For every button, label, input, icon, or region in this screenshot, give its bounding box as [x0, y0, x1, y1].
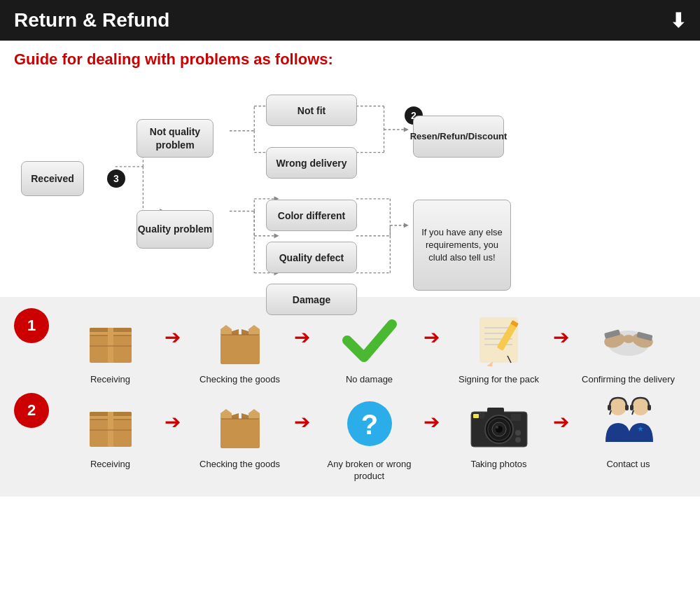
arrow-1-1: ➔	[164, 308, 186, 349]
svg-marker-73	[248, 409, 260, 419]
question-mark-icon: ?	[335, 393, 405, 456]
svg-line-93	[610, 410, 611, 415]
step-label-signing: Signing for the pack	[458, 374, 539, 386]
svg-rect-85	[511, 414, 521, 421]
step-no-damage: No damage	[315, 308, 424, 386]
fc-badge-3: 3	[107, 169, 125, 188]
bottom-section: 1 Receiving ➔	[0, 297, 700, 497]
step-label-checking-1: Checking the goods	[200, 374, 280, 386]
fc-resen: Resen/Refun/Discount	[413, 116, 504, 158]
checkmark-icon	[335, 308, 405, 371]
svg-marker-47	[248, 325, 260, 335]
svg-rect-43	[220, 335, 260, 364]
handshake-icon	[594, 308, 664, 371]
step-label-photos: Taking photos	[470, 459, 526, 471]
svg-rect-67	[90, 416, 132, 419]
arrow-2-3: ➔	[424, 393, 444, 434]
step-contact: Contact us	[574, 393, 682, 471]
fc-quality: Quality problem	[136, 210, 214, 249]
header-title: Return & Refund	[14, 9, 169, 32]
svg-point-88	[515, 430, 521, 436]
step-photos: Taking photos	[444, 393, 553, 471]
arrow-1-4: ➔	[553, 308, 574, 349]
svg-marker-20	[274, 233, 279, 238]
step-broken: ? Any broken or wrong product	[315, 393, 424, 483]
steps-row-1: 1 Receiving ➔	[14, 308, 686, 386]
fc-received: Received	[21, 161, 84, 196]
row-label-1: 1	[14, 308, 49, 343]
step-label-contact: Contact us	[606, 459, 650, 471]
receiving-box-2-icon	[76, 393, 146, 456]
checking-box-2-icon	[205, 393, 275, 456]
fc-wrong-delivery: Wrong delivery	[266, 147, 357, 179]
step-label-no-damage: No damage	[346, 374, 393, 386]
pencil-paper-icon	[464, 308, 534, 371]
svg-marker-27	[404, 127, 409, 132]
svg-point-63	[623, 335, 634, 343]
guide-title: Guide for dealing with problems as follo…	[14, 50, 686, 69]
svg-point-89	[515, 437, 521, 443]
svg-marker-72	[220, 409, 232, 419]
svg-text:?: ?	[360, 409, 377, 440]
svg-point-83	[496, 426, 498, 429]
svg-point-86	[478, 412, 485, 419]
contact-person-icon	[594, 393, 664, 456]
svg-line-97	[632, 410, 634, 415]
fc-color-different: Color different	[266, 200, 357, 231]
guide-section: Guide for dealing with problems as follo…	[0, 41, 700, 294]
svg-rect-69	[220, 419, 260, 448]
step-confirming: Confirming the delivery	[574, 308, 682, 386]
svg-rect-92	[625, 405, 629, 410]
steps-row-2: 2 Receiving ➔	[14, 393, 686, 483]
receiving-box-icon	[76, 308, 146, 371]
row-label-2: 2	[14, 393, 49, 428]
svg-rect-91	[608, 405, 611, 410]
header-arrow-icon: ⬇	[670, 9, 686, 32]
fc-requirements: If you have any else requirements, you c…	[413, 200, 511, 291]
step-receiving-1: Receiving	[56, 308, 164, 386]
step-label-receiving-2: Receiving	[90, 459, 130, 471]
step-label-checking-2: Checking the goods	[200, 459, 280, 471]
svg-rect-87	[473, 414, 479, 418]
svg-point-90	[610, 399, 626, 415]
svg-rect-95	[630, 405, 634, 410]
arrow-1-3: ➔	[424, 308, 444, 349]
arrow-2-1: ➔	[164, 393, 186, 434]
step-label-broken: Any broken or wrong product	[315, 459, 424, 483]
camera-icon	[464, 393, 534, 456]
step-label-confirming: Confirming the delivery	[582, 374, 675, 386]
header: Return & Refund ⬇	[0, 0, 700, 41]
step-checking-2: Checking the goods	[186, 393, 294, 471]
fc-quality-defect: Quality defect	[266, 242, 357, 273]
step-label-receiving-1: Receiving	[90, 374, 130, 386]
fc-not-fit: Not fit	[266, 95, 357, 126]
fc-not-quality: Not quality problem	[136, 119, 214, 158]
step-receiving-2: Receiving	[56, 393, 164, 471]
arrow-2-4: ➔	[553, 393, 574, 434]
page-container: Return & Refund ⬇ Guide for dealing with…	[0, 0, 700, 589]
checking-box-icon	[205, 308, 275, 371]
svg-rect-41	[90, 332, 132, 335]
arrow-1-2: ➔	[294, 308, 315, 349]
svg-point-94	[632, 399, 649, 415]
flowchart: Received 3 Not quality problem Quality p…	[14, 77, 686, 287]
arrow-2-2: ➔	[294, 393, 315, 434]
svg-marker-46	[220, 325, 232, 335]
svg-marker-33	[404, 223, 409, 228]
svg-rect-84	[487, 408, 504, 413]
svg-rect-96	[648, 405, 651, 410]
step-checking-1: Checking the goods	[186, 308, 294, 386]
step-signing: Signing for the pack	[444, 308, 553, 386]
